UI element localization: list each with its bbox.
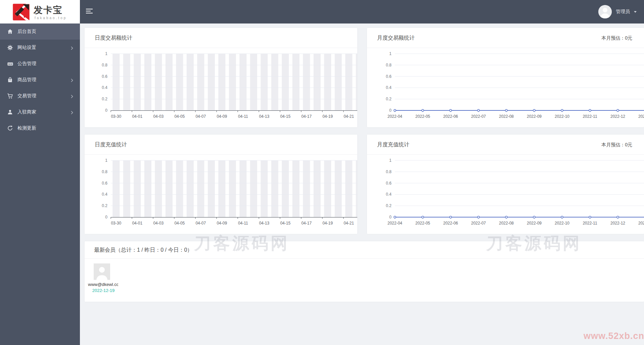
svg-text:2022-06: 2022-06 [443,221,458,226]
sidebar-item-merchants[interactable]: 入驻商家 [0,104,80,120]
cart-icon [7,93,13,99]
monthly-recharge-chart[interactable]: 00.20.40.60.812022-042022-052022-062022-… [367,155,644,234]
svg-text:2022-09: 2022-09 [527,114,542,119]
svg-text:04-07: 04-07 [195,114,206,119]
svg-text:0.4: 0.4 [102,192,107,197]
sidebar-item-home[interactable]: 后台首页 [0,23,80,40]
svg-text:04-15: 04-15 [280,221,290,226]
gear-icon [7,44,13,51]
bag-icon [7,77,13,83]
svg-text:04-09: 04-09 [217,114,227,119]
merchant-person-icon [7,109,13,115]
svg-text:1: 1 [105,51,107,56]
panel-title: 日度交易额统计 [95,35,132,41]
sidebar-item-site-settings[interactable]: 网站设置 [0,40,80,56]
svg-text:04-05: 04-05 [174,114,185,119]
panel-title: 月度交易额统计 [377,35,415,41]
svg-text:04-03: 04-03 [153,221,164,226]
logo[interactable]: 发卡宝 fakabao.top [0,0,80,23]
chevron-down-icon [634,11,637,13]
panel-title: 月度充值统计 [377,142,409,147]
sidebar: 发卡宝 fakabao.top 后台首页 网站设置 [0,0,80,345]
user-menu[interactable]: 管理员 [598,0,637,23]
panel-title: 日度充值统计 [95,142,127,147]
svg-text:2022-05: 2022-05 [415,114,430,119]
svg-text:2022-08: 2022-08 [499,114,514,119]
member-join-date: 2022-12-19 [88,288,119,293]
monthly-trade-chart[interactable]: 00.20.40.60.812022-042022-052022-062022-… [367,48,644,127]
svg-text:04-21: 04-21 [343,114,354,119]
home-icon [7,28,13,35]
svg-text:04-19: 04-19 [322,221,333,226]
svg-text:2022-06: 2022-06 [443,114,458,119]
panel-monthly-recharge: 月度充值统计 本月预估：0元 00.20.40.60.812022-042022… [367,135,644,234]
svg-text:2022-11: 2022-11 [583,221,597,226]
sidebar-item-products[interactable]: 商品管理 [0,72,80,88]
svg-text:0.2: 0.2 [386,97,392,101]
svg-text:04-17: 04-17 [301,221,312,226]
panel-daily-trade: 日度交易额统计 00.20.40.60.8103-3004-0104-0304-… [85,28,357,127]
members-title: 最新会员（总计：1 / 昨日：0 / 今日：0） [94,247,192,253]
svg-text:04-13: 04-13 [259,114,269,119]
svg-text:0.8: 0.8 [102,169,107,174]
svg-text:2022-04: 2022-04 [387,221,402,226]
daily-trade-chart[interactable]: 00.20.40.60.8103-3004-0104-0304-0504-070… [85,48,357,127]
svg-text:03-30: 03-30 [111,114,121,119]
svg-text:04-01: 04-01 [132,114,142,119]
monthly-estimate: 本月预估：0元 [601,135,632,155]
chevron-right-icon [71,110,73,115]
svg-text:0.6: 0.6 [102,181,107,186]
svg-text:0: 0 [389,215,392,219]
svg-text:2022-07: 2022-07 [471,114,486,119]
svg-text:0: 0 [105,215,107,219]
watermark-corner-text: www.52xb.cn [584,331,644,341]
svg-text:2023-01: 2023-01 [638,114,644,119]
panel-monthly-trade: 月度交易额统计 本月预估：0元 00.20.40.60.812022-04202… [367,28,644,127]
member-card[interactable]: www@dkewl.com 2022-12-19 [88,263,119,293]
sidebar-item-trades[interactable]: 交易管理 [0,88,80,104]
svg-text:03-30: 03-30 [111,221,121,226]
svg-text:04-21: 04-21 [343,221,354,226]
sidebar-item-announcements[interactable]: NEW 公告管理 [0,56,80,72]
sidebar-item-check-update[interactable]: 检测更新 [0,120,80,136]
member-email: www@dkewl.com [88,282,118,287]
svg-text:04-17: 04-17 [301,114,312,119]
svg-text:2022-11: 2022-11 [583,114,597,119]
svg-text:0.6: 0.6 [386,74,392,79]
svg-text:04-11: 04-11 [238,221,248,226]
top-header: 管理员 [80,0,644,23]
svg-text:0.2: 0.2 [102,203,107,208]
svg-text:0.8: 0.8 [386,169,392,174]
logo-domain: fakabao.top [35,16,67,20]
svg-text:04-13: 04-13 [259,221,269,226]
svg-text:2023-01: 2023-01 [638,221,644,226]
svg-text:1: 1 [105,158,107,163]
svg-text:0.8: 0.8 [386,63,392,67]
svg-text:04-09: 04-09 [217,221,227,226]
user-avatar [598,5,612,18]
member-avatar [94,263,110,280]
panel-daily-recharge: 日度充值统计 00.20.40.60.8103-3004-0104-0304-0… [85,135,357,234]
svg-text:04-01: 04-01 [132,221,142,226]
svg-text:0.6: 0.6 [386,181,392,186]
panel-latest-members: 最新会员（总计：1 / 昨日：0 / 今日：0） www@dkewl.com 2… [85,241,644,302]
svg-text:0.8: 0.8 [102,63,107,67]
svg-text:0.6: 0.6 [102,74,107,79]
svg-text:0.2: 0.2 [386,203,392,208]
sidebar-toggle-button[interactable] [86,9,93,15]
avatar-silhouette-icon [598,5,612,18]
svg-text:0.4: 0.4 [386,85,392,90]
monthly-estimate: 本月预估：0元 [601,28,632,48]
svg-text:2022-07: 2022-07 [471,221,486,226]
svg-text:2022-10: 2022-10 [555,221,569,226]
logo-icon [12,3,30,21]
svg-text:0: 0 [105,108,107,113]
update-icon [7,125,13,132]
admin-dashboard: { "sidebar": { "logo": { "title": "发卡宝",… [0,0,644,345]
announcement-new-icon: NEW [7,60,13,67]
svg-text:04-11: 04-11 [238,114,248,119]
avatar-silhouette-icon [94,263,110,280]
daily-recharge-chart[interactable]: 00.20.40.60.8103-3004-0104-0304-0504-070… [85,155,357,234]
svg-text:04-07: 04-07 [195,221,206,226]
svg-text:0.4: 0.4 [386,192,392,197]
